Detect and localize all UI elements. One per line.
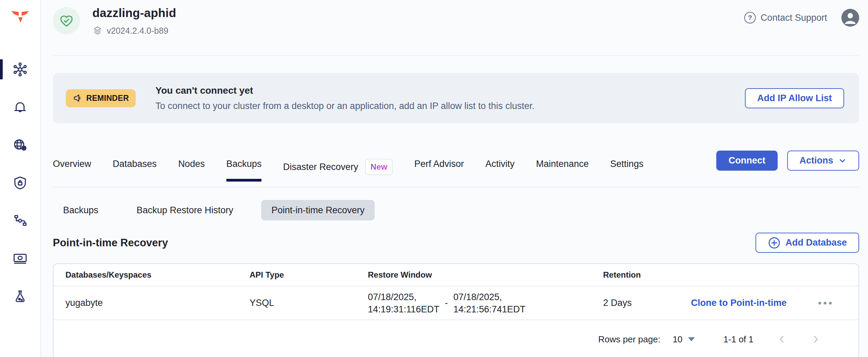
shield-lock-icon: [12, 175, 28, 191]
rows-per-page-select[interactable]: 10: [673, 334, 695, 345]
col-restore-window: Restore Window: [368, 270, 603, 280]
person-icon: [841, 9, 859, 27]
chevron-left-icon: [776, 333, 788, 345]
clone-to-point-in-time-link[interactable]: Clone to Point-in-time: [691, 298, 787, 308]
cluster-health-badge: [53, 7, 80, 34]
version-label: v2024.2.4.0-b89: [107, 26, 168, 36]
col-databases-keyspaces: Databases/Keyspaces: [54, 270, 250, 280]
tab-maintenance[interactable]: Maintenance: [536, 159, 589, 181]
sidebar-item-usage[interactable]: [0, 239, 40, 277]
active-tab-indicator: [226, 179, 262, 182]
cluster-network-icon: [12, 62, 28, 77]
yugabyte-logo-icon: [11, 11, 29, 26]
tab-backups[interactable]: Backups: [226, 159, 262, 181]
banknote-icon: [12, 251, 28, 266]
reminder-badge-label: REMINDER: [86, 94, 129, 103]
bell-icon: [12, 99, 28, 115]
pagination-next-button[interactable]: [810, 333, 822, 345]
pitr-table: Databases/Keyspaces API Type Restore Win…: [53, 263, 859, 357]
table-row: yugabyte YSQL 07/18/2025, 14:19:31:116ED…: [54, 286, 858, 320]
tab-perf-advisor[interactable]: Perf Advisor: [414, 159, 464, 181]
cell-retention: 2 Days: [603, 298, 684, 308]
col-retention: Retention: [603, 270, 684, 280]
sidebar-item-clusters[interactable]: [0, 50, 40, 88]
user-avatar[interactable]: [841, 9, 859, 27]
new-badge: New: [365, 159, 393, 175]
reminder-banner: REMINDER You can't connect yet To connec…: [53, 73, 859, 123]
add-ip-allow-list-button[interactable]: Add IP Allow List: [745, 88, 844, 108]
section-title: Point-in-time Recovery: [53, 237, 168, 249]
row-menu-button[interactable]: •••: [793, 297, 858, 309]
sidebar-item-security[interactable]: [0, 164, 40, 202]
sidebar-item-network[interactable]: [0, 126, 40, 164]
tab-settings[interactable]: Settings: [610, 159, 644, 181]
contact-support-label: Contact Support: [761, 13, 827, 23]
help-icon: ?: [744, 12, 756, 24]
pagination-range: 1-1 of 1: [723, 334, 753, 345]
banner-description: To connect to your cluster from a deskto…: [155, 101, 535, 111]
tab-databases[interactable]: Databases: [113, 159, 157, 181]
tab-disaster-recovery[interactable]: Disaster Recovery New: [283, 159, 393, 187]
sidebar-item-alerts[interactable]: [0, 88, 40, 126]
sidebar-item-integrations[interactable]: [0, 202, 40, 239]
page-title: dazzling-aphid: [92, 6, 176, 20]
backup-subtabs: Backups Backup Restore History Point-in-…: [53, 200, 859, 220]
cell-database: yugabyte: [54, 298, 250, 308]
rows-per-page-label: Rows per page:: [598, 334, 660, 345]
tab-overview[interactable]: Overview: [53, 159, 91, 181]
table-pagination: Rows per page: 10 1-1 of 1: [54, 320, 858, 357]
cell-restore-window: 07/18/2025, 14:19:31:116EDT - 07/18/2025…: [368, 291, 603, 315]
col-api-type: API Type: [250, 270, 368, 280]
connect-button[interactable]: Connect: [716, 151, 778, 171]
banner-title: You can't connect yet: [155, 85, 535, 96]
layers-icon: [92, 26, 103, 36]
contact-support-link[interactable]: ? Contact Support: [744, 12, 827, 24]
main-content: dazzling-aphid v2024.2.4.0-b89 ? Contact…: [41, 0, 868, 357]
table-header-row: Databases/Keyspaces API Type Restore Win…: [54, 264, 858, 286]
subtab-backups[interactable]: Backups: [53, 200, 109, 220]
flow-diagram-icon: [12, 213, 28, 229]
add-database-button[interactable]: Add Database: [755, 233, 859, 253]
pagination-prev-button[interactable]: [776, 333, 788, 345]
subtab-backup-restore-history[interactable]: Backup Restore History: [126, 200, 244, 220]
chevron-down-icon: [838, 156, 847, 165]
sidebar-item-labs[interactable]: [0, 277, 40, 315]
caret-down-icon: [688, 337, 695, 341]
cluster-header: dazzling-aphid v2024.2.4.0-b89 ? Contact…: [53, 0, 859, 56]
tab-activity[interactable]: Activity: [485, 159, 515, 181]
plus-circle-icon: [768, 236, 781, 249]
flask-icon: [12, 289, 28, 304]
subtab-point-in-time-recovery[interactable]: Point-in-time Recovery: [261, 200, 375, 220]
cell-api-type: YSQL: [250, 298, 368, 308]
reminder-badge: REMINDER: [66, 89, 136, 107]
chevron-right-icon: [810, 333, 822, 345]
sidebar: [0, 0, 41, 357]
heart-check-icon: [59, 13, 74, 29]
yugabyte-logo[interactable]: [11, 9, 29, 28]
cluster-tabs: Overview Databases Nodes Backups Disaste…: [53, 151, 859, 187]
tab-nodes[interactable]: Nodes: [178, 159, 205, 181]
megaphone-icon: [73, 93, 83, 103]
actions-button[interactable]: Actions: [787, 151, 859, 171]
globe-gear-icon: [12, 137, 28, 153]
